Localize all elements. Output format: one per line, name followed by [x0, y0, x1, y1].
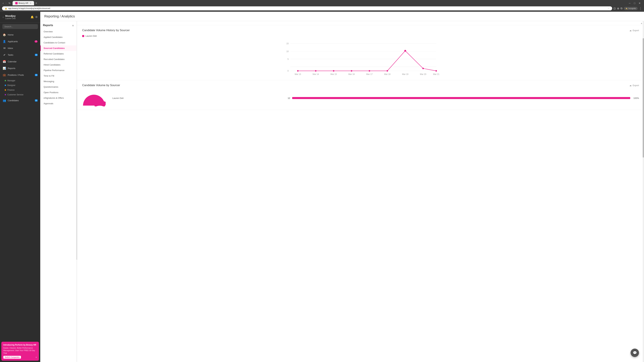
- finance-dot: [5, 89, 6, 91]
- chart-collapse-button[interactable]: ▲: [640, 22, 643, 24]
- svg-text:Mar 21: Mar 21: [433, 73, 440, 75]
- sidebar-reports-label: Reports: [8, 67, 38, 69]
- sidebar-applicants-label: Applicants: [8, 40, 33, 43]
- svg-point-19: [315, 70, 316, 71]
- sidebar-item-inbox[interactable]: ✉ Inbox: [0, 45, 40, 51]
- manager-dot: [5, 80, 6, 81]
- sidebar-item-calendar[interactable]: 📅 Calendar: [0, 58, 40, 65]
- report-item-hired[interactable]: Hired Candidates: [40, 62, 77, 67]
- chat-button[interactable]: 💬: [630, 349, 639, 357]
- svg-point-20: [333, 70, 334, 71]
- chart2-section: Candidate Volume by Sourcer ☁ Export: [77, 80, 644, 110]
- star-icon[interactable]: ☆: [608, 7, 610, 9]
- chart1-export-button[interactable]: ☁ Export: [630, 29, 639, 32]
- promo-close-button[interactable]: ×: [36, 356, 37, 359]
- report-item-time-to-fill[interactable]: Time to Fill: [40, 73, 77, 79]
- calendar-icon: 📅: [3, 60, 6, 63]
- line-chart: 15 10 5 0 Mar 13 Mar 14 Mar 15 Mar 16 Ma…: [82, 40, 639, 77]
- search-input[interactable]: [2, 24, 38, 29]
- new-tab-button[interactable]: +: [34, 1, 38, 5]
- close-window-button[interactable]: ✕: [637, 1, 642, 5]
- forward-button[interactable]: ›: [5, 1, 7, 5]
- svg-point-21: [351, 70, 352, 71]
- sidebar-tasks-label: Tasks: [8, 54, 33, 56]
- address-bar[interactable]: 🔒 app.breezy.hr/app/c/moodjoy/analytics/…: [2, 6, 612, 10]
- position-customer-service-label: Customer Service: [8, 93, 23, 96]
- report-item-overview[interactable]: Overview: [40, 29, 77, 34]
- legend-dot: [82, 35, 84, 37]
- chart2-export-button[interactable]: ☁ Export: [630, 84, 639, 87]
- positions-icon: 💼: [3, 73, 6, 77]
- position-item-designer[interactable]: Designer: [0, 83, 40, 88]
- pie-row-pct: 100%: [632, 97, 639, 99]
- sidebar-item-positions[interactable]: 💼 Positions / Pools +: [0, 71, 40, 78]
- sidebar-collapse-button[interactable]: ‹: [3, 15, 4, 18]
- lock-icon: 🔒: [5, 7, 7, 9]
- sidebar-item-candidates[interactable]: 👥 Candidates +: [0, 97, 40, 104]
- svg-text:15: 15: [286, 42, 289, 45]
- tab-favicon: [15, 2, 18, 4]
- designer-dot: [5, 85, 6, 86]
- sidebar-item-reports[interactable]: 📊 Reports: [0, 65, 40, 71]
- active-tab[interactable]: Breezy HR ✕: [12, 1, 34, 5]
- chart1-title: Candidate Volume History by Sourcer: [82, 29, 130, 32]
- report-item-referred[interactable]: Referred Candidates: [40, 51, 77, 56]
- minimize-button[interactable]: ─: [628, 1, 632, 5]
- settings-icon[interactable]: ⚙: [35, 15, 38, 18]
- report-item-to-contact[interactable]: Candidates to Contact: [40, 40, 77, 45]
- sidebar-inbox-label: Inbox: [8, 47, 38, 49]
- chart1-section: Candidate Volume History by Sourcer ☁ Ex…: [77, 25, 644, 80]
- position-item-customer-service[interactable]: Customer Service: [0, 92, 40, 97]
- extensions-icon[interactable]: ⊡: [614, 7, 616, 10]
- sidebar-calendar-label: Calendar: [8, 60, 38, 63]
- report-item-pipeline[interactable]: Pipeline Performance: [40, 67, 77, 73]
- promo-text: Easier, Cleaner, Better Performance Mana…: [3, 347, 37, 355]
- svg-point-26: [436, 70, 437, 71]
- pie-legend-rows: Lauren Deli 12 100%: [112, 96, 639, 100]
- svg-point-23: [386, 70, 388, 71]
- chart1-legend: Lauren Deli: [82, 35, 639, 37]
- reports-nav-list: OverviewApplied CandidatesCandidates to …: [40, 29, 77, 106]
- sidebar-item-home[interactable]: 🏠 Home: [0, 31, 40, 38]
- svg-point-22: [368, 70, 370, 71]
- sidebar-item-label: Home: [8, 33, 38, 36]
- split-view-icon[interactable]: ⧉: [620, 7, 622, 10]
- position-item-finance[interactable]: Finance: [0, 88, 40, 92]
- report-item-applied[interactable]: Applied Candidates: [40, 34, 77, 40]
- pie-row-lauren: Lauren Deli 12 100%: [112, 96, 639, 100]
- back-button[interactable]: ‹: [2, 1, 4, 5]
- report-item-sourced[interactable]: Sourced Candidates: [40, 45, 77, 51]
- incognito-badge: 🕵 Incognito: [624, 7, 638, 10]
- svg-text:10: 10: [286, 50, 289, 53]
- report-item-questionnaires[interactable]: Questionnaires: [40, 84, 77, 90]
- svg-text:Mar 20: Mar 20: [420, 73, 426, 75]
- home-icon: 🏠: [3, 33, 6, 36]
- reports-collapse-button[interactable]: ▲: [72, 24, 74, 27]
- sidebar-item-tasks[interactable]: ✔ Tasks +: [0, 51, 40, 58]
- reports-sidebar-title: Reports: [43, 24, 53, 27]
- legend-label: Lauren Deli: [86, 35, 97, 37]
- report-item-recruited[interactable]: Recruited Candidates: [40, 56, 77, 62]
- position-manager-label: Manager: [8, 79, 15, 82]
- customer-service-dot: [5, 94, 6, 95]
- chart2-export-label: Export: [632, 84, 639, 87]
- switch-companies-button[interactable]: Switch Companies: [3, 356, 21, 359]
- chart-area: ▲ Candidate Volume History by Sourcer ☁ …: [77, 21, 644, 362]
- pie-row-bar: [292, 97, 630, 99]
- reports-icon: 📊: [3, 66, 6, 70]
- more-options-icon[interactable]: ⋮: [639, 6, 642, 10]
- maximize-button[interactable]: □: [632, 1, 636, 5]
- report-item-esignatures[interactable]: eSignatures & Offers: [40, 95, 77, 101]
- position-item-manager[interactable]: Manager: [0, 78, 40, 83]
- sidebar-item-applicants[interactable]: 👤 Applicants 7: [0, 38, 40, 45]
- close-tab-button[interactable]: ✕: [30, 2, 31, 4]
- notification-icon[interactable]: 🔔: [30, 15, 34, 18]
- position-finance-label: Finance: [8, 89, 14, 91]
- report-item-open-positions[interactable]: Open Positions: [40, 90, 77, 95]
- positions-badge: +: [35, 74, 38, 76]
- report-item-approvals[interactable]: Approvals: [40, 101, 77, 106]
- report-item-messaging[interactable]: Messaging: [40, 79, 77, 84]
- reload-button[interactable]: ↻: [8, 1, 11, 5]
- profile-icon[interactable]: ⊕: [617, 7, 619, 10]
- chart2-title: Candidate Volume by Sourcer: [82, 84, 120, 87]
